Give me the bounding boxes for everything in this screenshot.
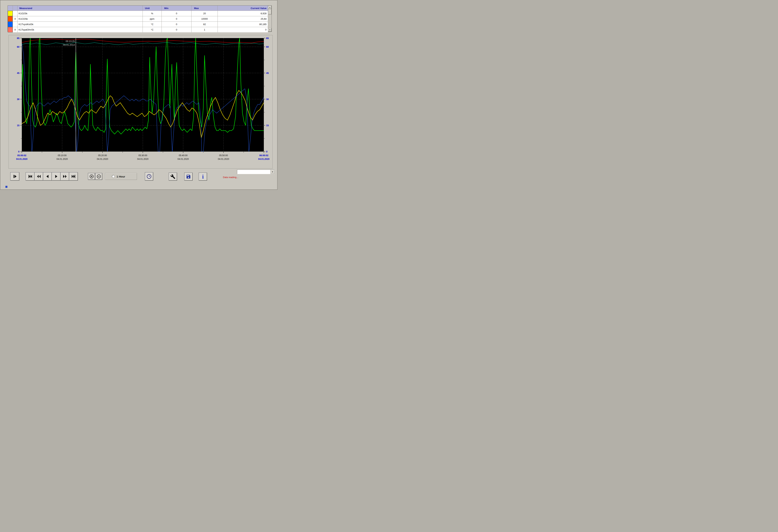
interval-label: 1 Hour (116, 175, 125, 178)
unit-value: % (143, 11, 162, 16)
color-swatch (8, 22, 13, 27)
color-swatch (8, 27, 13, 32)
step-back-button[interactable] (43, 172, 52, 181)
trend-viewer-window: Measurand Unit Min Max Current Value K1O… (0, 0, 278, 190)
color-swatch-cell (8, 16, 13, 21)
combo-dropdown-button[interactable]: ▼ (270, 170, 275, 174)
time-range-button[interactable] (145, 172, 153, 181)
play-forward-icon (54, 174, 59, 179)
unit-value: °C (143, 22, 162, 27)
y-axis-label: 0 (266, 150, 267, 153)
header-current-value: Current Value (218, 6, 268, 11)
current-value: 25,64 (218, 16, 268, 21)
header-color-col (8, 6, 13, 11)
x-axis-date-label: 04.01.2020 (218, 158, 229, 160)
table-row[interactable]: K1O2Sk % 0 20 6,928 (8, 11, 268, 16)
x-axis-date-label: 04.01.2020 (16, 158, 27, 160)
trend-chart[interactable]: 05:13:2504.01.20140015153030454560606565… (9, 35, 273, 169)
hidden-mark-cell (13, 11, 17, 16)
y-axis-label: 0 (18, 150, 19, 153)
max-value: 20 (191, 11, 218, 16)
interval-selector[interactable]: 1 Hour (105, 173, 137, 180)
unit-value: ppm (143, 16, 162, 21)
max-value: 10000 (191, 16, 218, 21)
play-forward-button[interactable] (52, 172, 61, 181)
scroll-up-icon: ▲ (269, 6, 270, 8)
current-value: 6,928 (218, 11, 268, 16)
color-swatch-cell (8, 11, 13, 16)
hidden-mark-cell: X (13, 27, 17, 32)
table-row[interactable]: K1TvystKotSk °C 0 82 80,165 (8, 22, 268, 27)
cursor-date-label: 04.01.2014 (63, 43, 75, 46)
unit-value: °C (143, 27, 162, 32)
color-swatch-cell (8, 22, 13, 27)
zoom-in-button[interactable] (88, 173, 95, 180)
zoom-in-icon (89, 174, 94, 179)
measurand-name: K1TvystKotSk (17, 22, 143, 27)
table-row[interactable]: X K1COSk ppm 0 10000 25,64 (8, 16, 268, 22)
wrench-icon (170, 174, 175, 179)
floppy-save-icon (186, 174, 191, 179)
y-axis-label: 30 (266, 98, 269, 101)
radio-icon[interactable] (112, 175, 115, 178)
skip-to-end-icon (71, 174, 76, 179)
measurand-table-grid: Measurand Unit Min Max Current Value K1O… (8, 6, 268, 31)
fast-rewind-icon (36, 174, 41, 179)
zoom-out-icon (96, 174, 101, 179)
y-axis-label: 30 (17, 98, 19, 101)
color-swatch (8, 16, 13, 21)
color-swatch (8, 11, 13, 16)
x-axis-date-label: 04.01.2020 (57, 158, 68, 160)
x-axis-date-label: 04.01.2020 (258, 158, 269, 160)
header-measurand: Measurand (17, 6, 143, 11)
scrollbar-up-button[interactable]: ▲ (268, 6, 271, 9)
x-axis-time-label: 06:00:02 (259, 154, 268, 157)
trend-select-combo[interactable]: ▼ (237, 170, 275, 174)
plot-area[interactable] (22, 38, 264, 152)
status-text: Data reading... (223, 176, 238, 179)
color-swatch-cell (8, 27, 13, 32)
chevron-down-icon: ▼ (272, 171, 274, 173)
table-scrollbar[interactable]: ▲ ▼ (268, 6, 271, 31)
scrollbar-down-button[interactable]: ▼ (268, 28, 271, 31)
current-value: 80,165 (218, 22, 268, 27)
x-axis-date-label: 04.01.2020 (97, 158, 108, 160)
measurand-name: K1COSk (17, 16, 143, 21)
min-value: 0 (162, 16, 191, 21)
trend-chart-panel[interactable]: 05:13:2504.01.20140015153030454560606565… (8, 35, 273, 169)
measurand-name: K1O2Sk (17, 11, 143, 16)
step-forward-button[interactable] (10, 172, 19, 181)
skip-to-end-button[interactable] (69, 172, 78, 181)
save-button[interactable] (184, 173, 192, 181)
table-row[interactable]: X K1TspalOhnSk °C 0 1 0 (8, 27, 268, 32)
measurand-name: K1TspalOhnSk (17, 27, 143, 32)
y-axis-label: 65 (17, 37, 19, 39)
x-axis-time-label: 05:30:00 (138, 154, 147, 157)
skip-to-start-icon (28, 174, 32, 179)
info-icon: i (202, 174, 204, 179)
x-axis-time-label: 05:40:00 (179, 154, 187, 157)
hidden-mark-cell (13, 22, 17, 27)
min-value: 0 (162, 22, 191, 27)
y-axis-label: 65 (266, 37, 269, 39)
x-axis-date-label: 04.01.2020 (177, 158, 188, 160)
min-value: 0 (162, 27, 191, 32)
combo-value[interactable] (237, 170, 270, 174)
x-axis-time-label: 05:10:00 (58, 154, 67, 157)
scrollbar-thumb[interactable] (268, 9, 271, 14)
y-axis-label: 15 (266, 124, 269, 127)
settings-button[interactable] (169, 173, 177, 181)
x-axis-date-label: 04.01.2020 (137, 158, 148, 160)
y-axis-label: 60 (266, 46, 269, 48)
measurand-table: Measurand Unit Min Max Current Value K1O… (8, 5, 272, 32)
skip-to-start-button[interactable] (26, 172, 34, 181)
fast-forward-button[interactable] (60, 172, 69, 181)
y-axis-label: 15 (17, 124, 19, 127)
header-unit: Unit (143, 6, 162, 11)
corner-marker (5, 186, 7, 188)
current-value: 0 (218, 27, 268, 32)
fast-rewind-button[interactable] (34, 172, 43, 181)
zoom-out-button[interactable] (95, 173, 102, 180)
info-button[interactable]: i (199, 173, 207, 181)
cursor-time-label: 05:13:25 (66, 40, 75, 42)
